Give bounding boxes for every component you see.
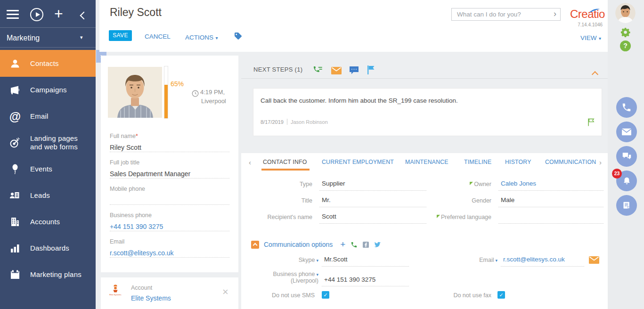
- sidebar-item-accounts[interactable]: Accounts: [0, 209, 96, 235]
- field-type[interactable]: Type Supplier: [251, 180, 426, 192]
- actions-button[interactable]: ACTIONS ▾: [185, 33, 218, 41]
- field-recipients-name[interactable]: Recipient's name Scott: [251, 213, 426, 225]
- settings-gear-icon[interactable]: [620, 27, 631, 40]
- comm-email-link[interactable]: r.scott@elitesys.co.uk: [503, 256, 565, 263]
- at-sign-icon: @: [8, 110, 22, 123]
- tab-timeline[interactable]: TIMELINE: [464, 159, 491, 165]
- field-full-job-title[interactable]: Full job title Sales Department Manager: [110, 159, 229, 186]
- add-task-flag-icon[interactable]: [367, 65, 375, 76]
- tabs-scroll-right-icon[interactable]: ›: [599, 158, 602, 166]
- send-email-icon[interactable]: [589, 256, 599, 266]
- calls-button[interactable]: [616, 97, 637, 118]
- field-full-name[interactable]: Full name* Riley Scott: [110, 133, 229, 159]
- target-icon: [8, 137, 22, 149]
- sidebar-top-toolbar: +: [0, 0, 96, 28]
- communication-options-title[interactable]: Communication options: [264, 241, 333, 248]
- search-input[interactable]: [452, 11, 554, 18]
- sidebar-item-campaigns[interactable]: Campaigns: [0, 77, 96, 103]
- field-do-not-use-sms: Do not use SMS ✓: [251, 291, 413, 300]
- app-window: + Marketing ▾ Contacts Campaigns @ E: [0, 0, 644, 309]
- field-business-phone-liverpool[interactable]: Business phone▾ (Liverpool) +44 151 390 …: [251, 271, 413, 286]
- chat-button[interactable]: [616, 146, 637, 167]
- contacts-person-icon: [8, 57, 22, 70]
- workspace-selector[interactable]: Marketing ▾: [0, 28, 96, 48]
- comm-type-caret-icon[interactable]: ▾: [316, 272, 318, 277]
- field-preferred-language[interactable]: Preferred language: [430, 213, 603, 225]
- remove-account-icon[interactable]: ×: [222, 286, 228, 298]
- search-go-icon[interactable]: ›: [554, 9, 560, 20]
- comm-type-caret-icon[interactable]: ▾: [495, 258, 497, 263]
- cancel-button[interactable]: CANCEL: [145, 33, 171, 40]
- changed-field-marker: [437, 215, 440, 218]
- right-rail: ? 23: [608, 0, 644, 309]
- tab-current-employment[interactable]: CURRENT EMPLOYMENT: [322, 159, 394, 165]
- fax-checkbox[interactable]: ✓: [497, 291, 505, 299]
- save-button[interactable]: SAVE: [109, 30, 132, 41]
- help-icon[interactable]: ?: [620, 41, 631, 51]
- tabs-scroll-left-icon[interactable]: ‹: [249, 158, 251, 166]
- business-phone-link[interactable]: +44 151 390 3275: [110, 223, 229, 230]
- add-call-icon[interactable]: [313, 65, 323, 77]
- sidebar-item-marketing-plans[interactable]: Marketing plans: [0, 261, 96, 288]
- add-icon[interactable]: +: [54, 5, 63, 22]
- field-email[interactable]: Email r.scott@elitesys.co.uk: [110, 238, 229, 265]
- logo-bird-icon: [589, 6, 600, 14]
- field-gender[interactable]: Gender Male: [430, 196, 603, 209]
- tab-communication[interactable]: COMMUNICATION: [545, 159, 596, 165]
- account-link[interactable]: Elite Systems: [131, 294, 171, 302]
- field-comm-email[interactable]: Email▾ r.scott@elitesys.co.uk: [430, 256, 603, 268]
- sidebar: + Marketing ▾ Contacts Campaigns @ E: [0, 0, 96, 309]
- user-avatar[interactable]: [615, 3, 636, 23]
- workspace-name: Marketing: [7, 34, 40, 42]
- add-email-icon[interactable]: [331, 67, 342, 76]
- building-icon: [8, 216, 22, 228]
- sidebar-item-events[interactable]: Events: [0, 156, 96, 182]
- megaphone-icon: [8, 84, 22, 96]
- sidebar-nav: Contacts Campaigns @ Email Landing pages…: [0, 50, 96, 288]
- task-card[interactable]: Call back the customer. Inform him about…: [253, 88, 602, 136]
- call-icon[interactable]: [351, 241, 358, 248]
- comm-type-caret-icon[interactable]: ▾: [316, 258, 318, 263]
- field-mobile-phone[interactable]: Mobile phone: [110, 186, 229, 212]
- field-owner[interactable]: Owner Caleb Jones: [430, 180, 603, 192]
- sidebar-item-dashboards[interactable]: Dashboards: [0, 235, 96, 261]
- profile-completeness-bar: [164, 66, 168, 119]
- owner-link[interactable]: Caleb Jones: [501, 180, 536, 187]
- required-asterisk: *: [136, 133, 138, 139]
- add-communication-icon[interactable]: +: [340, 239, 345, 250]
- tab-contact-info[interactable]: CONTACT INFO: [263, 159, 307, 165]
- sidebar-item-label: Accounts: [30, 218, 88, 226]
- sidebar-item-leads[interactable]: Leads: [0, 182, 96, 209]
- collapse-section-icon[interactable]: [251, 241, 259, 249]
- field-skype[interactable]: Skype▾ Mr.Scott: [251, 256, 413, 268]
- sms-checkbox[interactable]: ✓: [322, 291, 329, 299]
- tag-icon[interactable]: [234, 32, 242, 42]
- twitter-icon[interactable]: [374, 242, 381, 248]
- tab-history[interactable]: HISTORY: [505, 159, 531, 165]
- tab-maintenance[interactable]: MAINTENANCE: [405, 159, 448, 165]
- menu-icon[interactable]: [7, 10, 19, 19]
- workspace-caret-icon: ▾: [80, 34, 83, 41]
- contact-city: Liverpool: [201, 98, 226, 105]
- add-chat-icon[interactable]: [350, 66, 359, 76]
- leads-icon: [8, 189, 22, 202]
- sidebar-item-email[interactable]: @ Email: [0, 103, 96, 130]
- collapse-sidebar-icon[interactable]: [81, 12, 87, 20]
- profile-completeness-value: 65%: [171, 80, 184, 88]
- sidebar-item-contacts[interactable]: Contacts: [0, 50, 96, 77]
- task-flag-icon[interactable]: [588, 118, 595, 129]
- field-business-phone[interactable]: Business phone +44 151 390 3275: [110, 212, 229, 238]
- email-link[interactable]: r.scott@elitesys.co.uk: [110, 249, 229, 257]
- process-tasks-button[interactable]: [616, 195, 637, 216]
- sidebar-item-landing-pages[interactable]: Landing pages and web forms: [0, 130, 96, 156]
- run-process-icon[interactable]: [30, 8, 43, 21]
- bar-chart-icon: [8, 242, 22, 254]
- field-title[interactable]: Title Mr.: [251, 196, 426, 209]
- collapse-next-steps-icon[interactable]: [593, 70, 597, 79]
- view-button[interactable]: VIEW ▾: [580, 33, 601, 42]
- email-button[interactable]: [616, 122, 637, 142]
- next-steps-divider: [241, 78, 608, 79]
- contact-photo[interactable]: [108, 67, 162, 118]
- facebook-icon[interactable]: [363, 242, 369, 248]
- meta-divider: [287, 119, 287, 125]
